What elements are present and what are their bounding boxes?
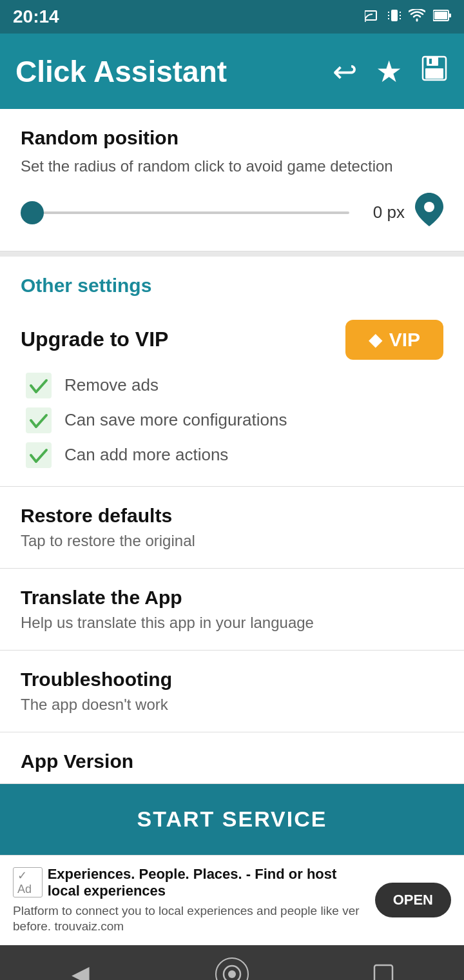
restore-defaults-desc: Tap to restore the original [21, 532, 443, 550]
app-header: Click Assistant ↩ ★ [0, 34, 464, 109]
status-time: 20:14 [13, 6, 59, 27]
random-position-slider[interactable] [21, 211, 349, 214]
vip-feature-text-3: Can add more actions [64, 445, 228, 465]
section-divider-1 [0, 251, 464, 257]
svg-rect-2 [391, 10, 398, 21]
vip-feature-remove-ads: Remove ads [26, 373, 443, 398]
ad-content: ✓ Ad Experiences. People. Places. - Find… [13, 866, 375, 935]
svg-rect-14 [425, 68, 443, 79]
wifi-icon [409, 9, 425, 25]
random-position-title: Random position [21, 127, 443, 149]
other-settings-title: Other settings [21, 275, 151, 296]
vip-feature-save-configs: Can save more configurations [26, 407, 443, 433]
restore-defaults-title: Restore defaults [21, 505, 443, 527]
ad-open-button[interactable]: OPEN [375, 883, 451, 917]
status-bar: 20:14 [0, 0, 464, 34]
translate-app-item[interactable]: Translate the App Help us translate this… [0, 569, 464, 651]
vip-section: Upgrade to VIP ◆ VIP Remove ads [0, 307, 464, 487]
svg-point-1 [365, 21, 366, 22]
vip-feature-add-actions: Can add more actions [26, 442, 443, 468]
save-icon[interactable] [420, 54, 449, 89]
random-position-section: Random position Set the radius of random… [0, 109, 464, 251]
star-icon[interactable]: ★ [376, 54, 402, 89]
troubleshooting-item[interactable]: Troubleshooting The app doesn't work [0, 651, 464, 732]
vibrate-icon [388, 8, 401, 26]
content: Random position Set the radius of random… [0, 109, 464, 784]
vip-button[interactable]: ◆ VIP [345, 320, 443, 360]
check-icon-3 [26, 442, 52, 468]
nav-back-icon[interactable]: ◀ [55, 955, 106, 980]
nav-home-icon[interactable] [215, 957, 249, 980]
header-actions: ↩ ★ [333, 54, 449, 89]
other-settings-header: Other settings [0, 257, 464, 307]
ad-label-row: ✓ Ad Experiences. People. Places. - Find… [13, 866, 365, 899]
diamond-icon: ◆ [369, 329, 383, 350]
translate-app-title: Translate the App [21, 587, 443, 609]
app-version-section: App Version [0, 732, 464, 784]
svg-point-16 [424, 202, 434, 212]
svg-rect-22 [374, 965, 392, 980]
vip-label: Upgrade to VIP [21, 328, 168, 351]
svg-rect-15 [429, 59, 432, 64]
svg-rect-11 [434, 12, 447, 19]
start-service-button[interactable]: START SERVICE [0, 784, 464, 855]
svg-rect-0 [365, 11, 376, 20]
start-service-label: START SERVICE [137, 807, 327, 832]
app-title: Click Assistant [15, 54, 227, 89]
random-position-desc: Set the radius of random click to avoid … [21, 155, 443, 177]
vip-feature-text-2: Can save more configurations [64, 410, 287, 430]
troubleshooting-desc: The app doesn't work [21, 696, 443, 714]
back-icon[interactable]: ↩ [333, 54, 358, 89]
vip-feature-text-1: Remove ads [64, 375, 159, 395]
slider-value: 0 px [360, 202, 405, 222]
svg-rect-13 [427, 57, 438, 66]
translate-app-desc: Help us translate this app in your langu… [21, 614, 443, 632]
restore-defaults-item[interactable]: Restore defaults Tap to restore the orig… [0, 487, 464, 569]
slider-row: 0 px [21, 193, 443, 233]
troubleshooting-title: Troubleshooting [21, 669, 443, 691]
vip-features: Remove ads Can save more configurations [21, 373, 443, 468]
status-icons [365, 8, 451, 26]
slider-container[interactable] [21, 200, 349, 226]
svg-rect-10 [449, 14, 451, 17]
vip-row: Upgrade to VIP ◆ VIP [21, 320, 443, 360]
cast-icon [365, 9, 380, 25]
ad-title: Experiences. People. Places. - Find or h… [48, 866, 365, 899]
nav-bar: ◀ [0, 945, 464, 980]
check-icon-2 [26, 407, 52, 433]
ad-desc: Platform to connect you to local experie… [13, 903, 365, 935]
ad-badge: ✓ Ad [13, 867, 43, 897]
battery-icon [433, 9, 451, 25]
app-version-title: App Version [21, 750, 443, 772]
location-pin-icon [415, 193, 443, 233]
ad-banner: ✓ Ad Experiences. People. Places. - Find… [0, 855, 464, 945]
svg-point-21 [228, 970, 236, 978]
check-icon-1 [26, 373, 52, 398]
nav-recent-icon[interactable] [358, 955, 409, 980]
vip-button-text: VIP [389, 329, 420, 351]
